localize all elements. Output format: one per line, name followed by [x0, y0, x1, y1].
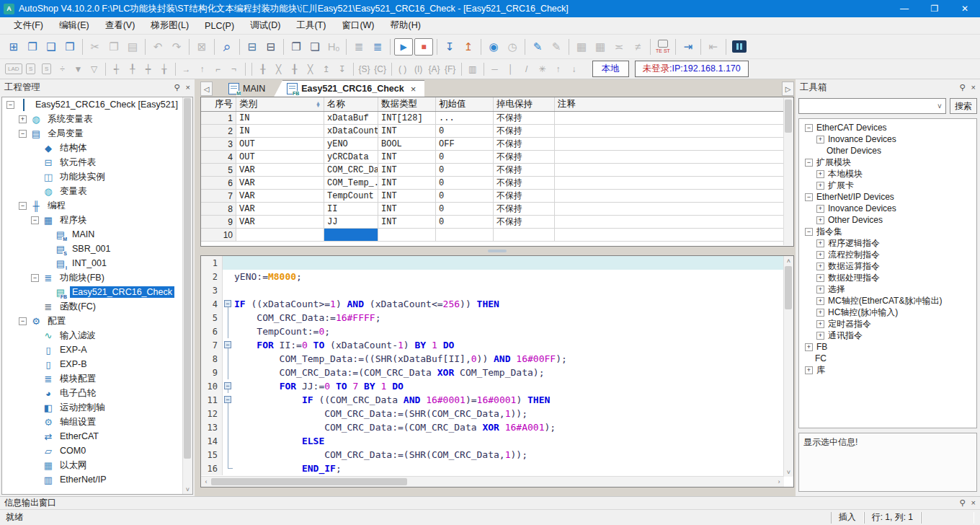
- expand-toggle-icon[interactable]: −: [31, 274, 39, 282]
- table-cell[interactable]: [236, 229, 324, 241]
- code-line-8[interactable]: 8 COM_Temp_Data:=((SHR(xDataBuf[II],0)) …: [201, 352, 793, 366]
- expand-toggle-icon[interactable]: −: [19, 202, 27, 210]
- table-cell[interactable]: [555, 125, 793, 137]
- scroll-left-icon[interactable]: ‹: [201, 478, 211, 485]
- table-cell[interactable]: OUT: [236, 151, 324, 163]
- table-cell[interactable]: [555, 177, 793, 189]
- column-header-7[interactable]: 注释: [555, 97, 793, 111]
- table-cell[interactable]: [555, 138, 793, 150]
- pin-icon[interactable]: ⚲: [960, 498, 966, 508]
- code-line-10[interactable]: 10− FOR JJ:=0 TO 7 BY 1 DO: [201, 379, 793, 393]
- print-preview-button[interactable]: ⊟: [244, 38, 261, 56]
- table-cell[interactable]: 不保持: [494, 125, 555, 137]
- delete-hline-button[interactable]: /: [520, 62, 534, 76]
- contact-falling-button[interactable]: ↧: [335, 62, 349, 76]
- new-project-button[interactable]: ⊞: [5, 38, 22, 56]
- sort-icon[interactable]: ▲▼: [316, 102, 321, 107]
- check-program-button[interactable]: ≣: [350, 38, 368, 56]
- tab-main[interactable]: MMAIN: [215, 81, 274, 97]
- toolbox-item-other-devices-ecat[interactable]: Other Devices: [799, 145, 976, 156]
- expand-toggle-icon[interactable]: +: [816, 262, 824, 270]
- tree-item-axis-group[interactable]: ⚙轴组设置: [2, 415, 192, 429]
- column-header-3[interactable]: 名称: [324, 97, 378, 111]
- delete-star-button[interactable]: ✳: [535, 62, 550, 76]
- table-cell[interactable]: 3: [201, 138, 236, 150]
- edit-cell-a-button[interactable]: ┽: [110, 62, 124, 76]
- tree-item-easy521-crc16-check[interactable]: ▤FBEasy521_CRC16_Check: [2, 285, 192, 299]
- expand-toggle-icon[interactable]: −: [6, 101, 14, 109]
- fold-collapse-icon[interactable]: −: [224, 300, 231, 307]
- expand-toggle-icon[interactable]: +: [805, 366, 813, 374]
- scroll-down-icon[interactable]: ˅: [183, 485, 192, 494]
- table-cell[interactable]: INT: [378, 190, 436, 202]
- expand-toggle-icon[interactable]: +: [816, 297, 824, 305]
- contact-rising-button[interactable]: ↥: [319, 62, 334, 76]
- table-cell[interactable]: 10: [201, 229, 236, 241]
- login-status-button[interactable]: 未登录:IP:192.168.1.170: [635, 61, 749, 77]
- expand-toggle-icon[interactable]: +: [816, 216, 824, 224]
- window-cascade-button[interactable]: ❐: [288, 38, 305, 56]
- table-cell[interactable]: JJ: [324, 216, 378, 228]
- code-line-9[interactable]: 9 COM_CRC_Data:=(COM_CRC_Data XOR COM_Te…: [201, 366, 793, 379]
- close-icon[interactable]: ×: [186, 83, 190, 92]
- code-line-16[interactable]: 16 END_IF;: [201, 462, 793, 475]
- menu-tools[interactable]: 工具(T): [288, 17, 334, 34]
- convert-grid-button[interactable]: ▦: [573, 38, 590, 56]
- column-header-1[interactable]: 序号: [201, 97, 236, 111]
- line-corner-down-button[interactable]: ⌐: [211, 62, 226, 76]
- table-cell[interactable]: yENO: [324, 138, 378, 150]
- compile-program-button[interactable]: ≣: [369, 38, 386, 56]
- column-header-2[interactable]: 类别▲▼: [236, 97, 324, 111]
- tree-item-global-vars[interactable]: −▤全局变量: [2, 126, 192, 141]
- scroll-down-icon[interactable]: ˅: [784, 467, 793, 477]
- expand-toggle-icon[interactable]: +: [19, 115, 27, 123]
- tree-item-ethernet[interactable]: ▦以太网: [2, 458, 192, 472]
- tree-item-int-001[interactable]: ▤IINT_001: [2, 256, 192, 270]
- logout-button[interactable]: ⇤: [705, 38, 722, 56]
- menu-edit[interactable]: 编辑(E): [51, 17, 97, 34]
- expand-toggle-icon[interactable]: +: [816, 274, 824, 282]
- table-cell[interactable]: 不保持: [494, 190, 555, 202]
- window-export-button[interactable]: ❏: [306, 38, 324, 56]
- tree-item-input-filter[interactable]: ∿输入滤波: [2, 328, 192, 343]
- coil-reset-button[interactable]: {C}: [373, 62, 388, 76]
- expand-toggle-icon[interactable]: +: [805, 343, 813, 351]
- tree-item-exp-b[interactable]: ▯EXP-B: [2, 357, 192, 371]
- tree-item-sys-vars[interactable]: +◍系统变量表: [2, 112, 192, 126]
- edit-cell-c-button[interactable]: ┿: [141, 62, 156, 76]
- table-cell[interactable]: [555, 216, 793, 228]
- table-cell[interactable]: INT: [378, 203, 436, 215]
- table-cell[interactable]: [555, 151, 793, 163]
- table-cell[interactable]: [378, 229, 436, 241]
- scroll-up-icon[interactable]: ˄: [784, 256, 793, 265]
- table-cell[interactable]: VAR: [236, 177, 324, 189]
- toolbox-item-select[interactable]: +选择: [799, 283, 976, 295]
- expand-toggle-icon[interactable]: −: [805, 228, 813, 236]
- column-header-6[interactable]: 掉电保持: [494, 97, 555, 111]
- table-cell[interactable]: 不保持: [494, 203, 555, 215]
- contact-open-button[interactable]: ╂: [256, 62, 270, 76]
- tree-item-motion-axis[interactable]: ◧运动控制轴: [2, 400, 192, 415]
- toolbox-search-combobox[interactable]: ˅: [798, 98, 946, 114]
- expand-toggle-icon[interactable]: −: [19, 130, 27, 138]
- window-tool-button[interactable]: Hₒ: [325, 38, 342, 56]
- print-button[interactable]: ⊟: [262, 38, 280, 56]
- menu-view[interactable]: 查看(V): [97, 17, 143, 34]
- column-header-4[interactable]: 数据类型: [378, 97, 436, 111]
- tree-item-e-cam[interactable]: ◕电子凸轮: [2, 386, 192, 400]
- tree-item-ethercat[interactable]: ⇄EtherCAT: [2, 429, 192, 444]
- table-cell[interactable]: 0: [436, 151, 494, 163]
- table-cell[interactable]: IN: [236, 125, 324, 137]
- coil-f-button[interactable]: {F}: [443, 62, 458, 76]
- expand-toggle-icon[interactable]: −: [805, 193, 813, 201]
- fold-margin[interactable]: −: [223, 379, 234, 393]
- table-cell[interactable]: [555, 112, 793, 124]
- edit-cell-b-button[interactable]: ╀: [125, 62, 140, 76]
- table-cell[interactable]: 不保持: [494, 164, 555, 176]
- code-line-2[interactable]: 2yENO:=M8000;: [201, 270, 793, 283]
- table-cell[interactable]: xDataCount: [324, 125, 378, 137]
- code-line-14[interactable]: 14 ELSE: [201, 434, 793, 448]
- expand-toggle-icon[interactable]: +: [816, 320, 824, 328]
- table-cell[interactable]: OUT: [236, 138, 324, 150]
- horizontal-splitter[interactable]: [200, 247, 794, 255]
